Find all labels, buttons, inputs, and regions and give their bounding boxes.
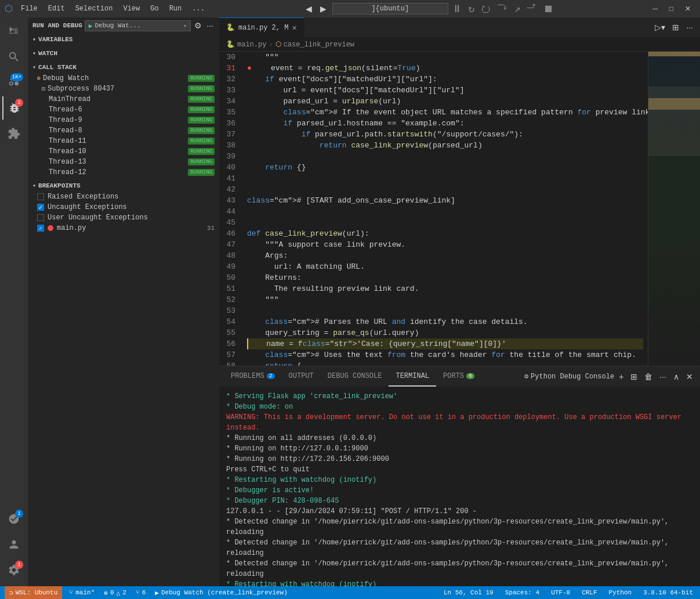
activity-remote[interactable]: 1 — [2, 507, 26, 531]
activity-settings[interactable]: 1 — [2, 558, 26, 582]
panel-new-terminal[interactable]: + — [616, 370, 626, 384]
status-branch[interactable]: ⑂ main* — [67, 586, 97, 599]
panel-maximize[interactable]: ∧ — [671, 370, 681, 384]
ports-icon: ⑂ — [136, 589, 140, 596]
nav-forward-button[interactable]: ▶ — [318, 3, 329, 15]
nav-back-button[interactable]: ◀ — [303, 3, 314, 15]
menu-view[interactable]: View — [118, 3, 144, 14]
call-stack-section-header[interactable]: ▾ CALL STACK — [28, 62, 219, 73]
callstack-thread9[interactable]: Thread-9 RUNNING — [28, 115, 219, 125]
watch-section-header[interactable]: ▾ WATCH — [28, 48, 219, 59]
terminal-line: * Running on all addresses (0.0.0.0) — [226, 433, 693, 443]
activity-debug[interactable]: 1 — [2, 96, 26, 120]
breakpoint-user-uncaught[interactable]: User Uncaught Exceptions — [28, 212, 219, 223]
thread13-label: Thread-13 — [49, 158, 186, 166]
thread8-label: Thread-8 — [49, 127, 186, 135]
tab-terminal[interactable]: TERMINAL — [389, 366, 436, 387]
code-line-34: parsed_url = urlparse(url) — [247, 96, 643, 107]
debug-settings-button[interactable]: ⚙ — [193, 20, 203, 31]
run-split-button[interactable]: ▷▾ — [652, 20, 668, 34]
callstack-thread6[interactable]: Thread-6 RUNNING — [28, 104, 219, 115]
breakpoint-mainpy[interactable]: ✓ main.py 31 — [28, 223, 219, 233]
maximize-button[interactable]: □ — [665, 2, 678, 15]
breakpoint-uncaught-exceptions[interactable]: ✓ Uncaught Exceptions — [28, 202, 219, 212]
code-line-42 — [247, 184, 643, 195]
tab-mainpy[interactable]: 🐍 main.py 2, M ✕ — [219, 17, 304, 38]
status-spaces[interactable]: Spaces: 4 — [503, 586, 542, 599]
sidebar: RUN AND DEBUG ▶ Debug Wat... ▾ ⚙ ··· ▾ V… — [28, 17, 219, 586]
status-errors[interactable]: ⊗ 0 △ 2 — [101, 586, 128, 599]
mainpy-checkbox[interactable]: ✓ — [37, 225, 44, 232]
terminal-line: * Detected change in '/home/pierrick/git… — [226, 558, 693, 579]
breakpoint-raised-exceptions[interactable]: Raised Exceptions — [28, 192, 219, 202]
debug-more-button[interactable]: ··· — [205, 20, 215, 31]
status-wsl[interactable]: ⊃ WSL: Ubuntu — [5, 586, 62, 599]
breadcrumb-symbol[interactable]: case_link_preview — [284, 41, 354, 49]
variables-section-header[interactable]: ▾ VARIABLES — [28, 34, 219, 45]
watch-chevron: ▾ — [32, 50, 36, 57]
panel-split-terminal[interactable]: ⊞ — [628, 370, 640, 384]
callstack-thread13[interactable]: Thread-13 RUNNING — [28, 157, 219, 167]
user-uncaught-checkbox[interactable] — [37, 214, 44, 221]
callstack-thread12[interactable]: Thread-12 RUNNING — [28, 167, 219, 178]
status-encoding[interactable]: UTF-8 — [549, 586, 572, 599]
panel-kill-terminal[interactable]: 🗑 — [642, 370, 655, 384]
split-editor-button[interactable]: ⊞ — [670, 20, 681, 34]
code-content[interactable]: """● event = req.get_json(silent=True) i… — [242, 52, 648, 366]
breadcrumb-file[interactable]: main.py — [237, 41, 266, 49]
thread11-status: RUNNING — [188, 138, 215, 145]
debug-controls[interactable]: ⏸ ↻ ⭮ ⤵ ↗ ⤴ ⏹ — [452, 2, 554, 15]
raised-exceptions-checkbox[interactable] — [37, 193, 44, 200]
tab-close-button[interactable]: ✕ — [292, 23, 296, 33]
menu-go[interactable]: Go — [146, 3, 163, 14]
breakpoints-section-header[interactable]: ▾ BREAKPOINTS — [28, 180, 219, 192]
status-position[interactable]: Ln 56, Col 19 — [441, 586, 496, 599]
activity-search[interactable] — [2, 45, 26, 68]
breadcrumb-symbol-icon: ⬡ — [275, 40, 281, 49]
code-line-43: class="cm"># [START add_ons_case_preview… — [247, 195, 643, 206]
menu-selection[interactable]: Selection — [71, 3, 118, 14]
tab-output[interactable]: OUTPUT — [282, 366, 321, 387]
terminal-line: * Restarting with watchdog (inotify) — [226, 579, 693, 586]
close-button[interactable]: ✕ — [680, 2, 695, 15]
menu-file[interactable]: File — [16, 3, 42, 14]
tab-problems[interactable]: PROBLEMS 2 — [224, 366, 282, 387]
tab-debug-console[interactable]: DEBUG CONSOLE — [321, 366, 389, 387]
debug-config-selector[interactable]: ▶ Debug Wat... ▾ — [85, 20, 191, 31]
panel-close[interactable]: ✕ — [684, 370, 695, 384]
uncaught-exceptions-checkbox[interactable]: ✓ — [37, 204, 44, 211]
callstack-thread10[interactable]: Thread-10 RUNNING — [28, 146, 219, 157]
status-eol[interactable]: CRLF — [579, 586, 599, 599]
callstack-mainthread[interactable]: MainThread RUNNING — [28, 94, 219, 104]
tab-ports[interactable]: PORTS 6 — [436, 366, 481, 387]
status-ports[interactable]: ⑂ 6 — [133, 586, 148, 599]
run-debug-title: RUN AND DEBUG — [32, 22, 82, 29]
status-python-version[interactable]: 3.8.10 64-bit — [641, 586, 695, 599]
callstack-debug-watch[interactable]: ⚙ Debug Watch RUNNING — [28, 73, 219, 84]
activity-explorer[interactable] — [2, 20, 26, 43]
callstack-thread8[interactable]: Thread-8 RUNNING — [28, 125, 219, 136]
callstack-debug-watch-label: Debug Watch — [43, 74, 186, 82]
minimize-button[interactable]: ─ — [648, 2, 662, 15]
menu-run[interactable]: Run — [165, 3, 187, 14]
terminal-line: * Serving Flask app 'create_link_preview… — [226, 391, 693, 402]
menu-edit[interactable]: Edit — [43, 3, 70, 14]
more-actions-button[interactable]: ··· — [684, 20, 695, 34]
warning-count: 2 — [122, 589, 126, 596]
callstack-subprocess[interactable]: ⊡ Subprocess 80437 RUNNING — [28, 84, 219, 94]
status-language[interactable]: Python — [607, 586, 634, 599]
address-bar[interactable]: ]{ubuntu] — [332, 3, 448, 15]
status-left: ⊃ WSL: Ubuntu ⑂ main* ⊗ 0 △ 2 ⑂ 6 ▶ Debu… — [5, 586, 290, 599]
activity-extensions[interactable] — [2, 122, 26, 145]
menu-more[interactable]: ... — [187, 3, 209, 14]
status-debug-watch[interactable]: ▶ Debug Watch (create_link_preview) — [153, 586, 289, 599]
debug-watch-label: Debug Watch (create_link_preview) — [161, 589, 288, 596]
raised-exceptions-label: Raised Exceptions — [48, 193, 215, 201]
panel-more[interactable]: ··· — [657, 370, 669, 384]
tab-actions: ▷▾ ⊞ ··· — [652, 20, 700, 34]
thread6-status: RUNNING — [188, 106, 215, 113]
activity-source-control[interactable]: 1K+ — [2, 71, 26, 94]
activity-account[interactable] — [2, 533, 26, 556]
terminal-content[interactable]: * Serving Flask app 'create_link_preview… — [219, 387, 700, 586]
callstack-thread11[interactable]: Thread-11 RUNNING — [28, 136, 219, 146]
